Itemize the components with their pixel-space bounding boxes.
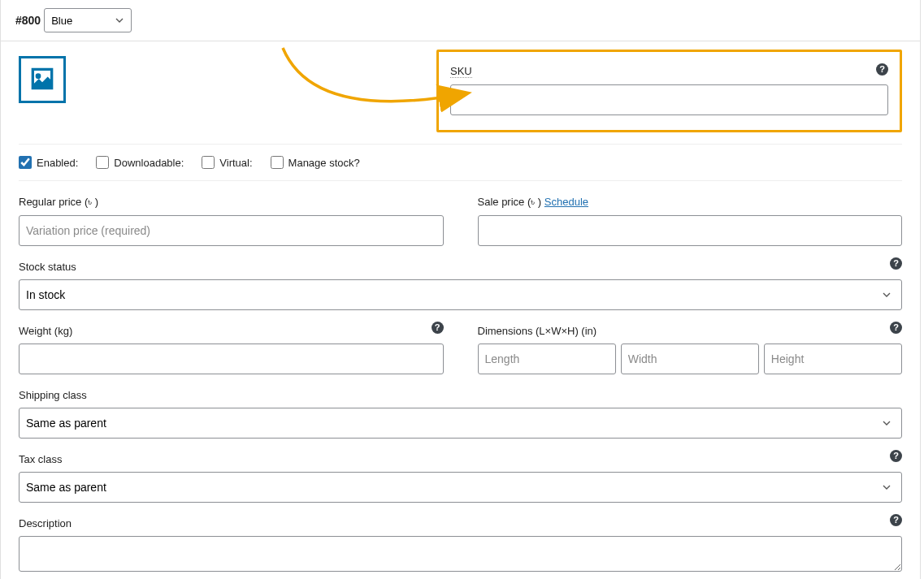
shipping-class-select[interactable]: Same as parent	[19, 408, 902, 439]
manage-stock-checkbox-wrap[interactable]: Manage stock?	[271, 156, 360, 169]
variation-header: #800 Blue	[1, 0, 920, 41]
tax-class-label: Tax class	[19, 453, 902, 465]
help-icon[interactable]: ?	[890, 322, 902, 334]
description-textarea[interactable]	[19, 536, 902, 572]
variation-attribute-select[interactable]: Blue	[44, 8, 132, 32]
height-input[interactable]	[764, 344, 902, 374]
help-icon[interactable]: ?	[890, 514, 902, 526]
description-label: Description	[19, 517, 902, 529]
shipping-class-label: Shipping class	[19, 389, 902, 401]
variation-id: #800	[15, 14, 41, 27]
tax-class-select[interactable]: Same as parent	[19, 472, 902, 503]
manage-stock-label: Manage stock?	[288, 157, 360, 169]
enabled-checkbox-wrap[interactable]: Enabled:	[19, 156, 78, 169]
virtual-checkbox[interactable]	[202, 156, 215, 169]
manage-stock-checkbox[interactable]	[271, 156, 284, 169]
sku-label: SKU	[450, 65, 472, 78]
sale-price-label: Sale price (৳ ) Schedule	[478, 196, 903, 209]
downloadable-checkbox-wrap[interactable]: Downloadable:	[96, 156, 184, 169]
help-icon[interactable]: ?	[876, 63, 888, 76]
length-input[interactable]	[478, 344, 616, 374]
sale-schedule-link[interactable]: Schedule	[544, 196, 588, 208]
image-icon	[26, 63, 59, 97]
help-icon[interactable]: ?	[432, 322, 444, 334]
regular-price-input[interactable]	[19, 215, 444, 246]
downloadable-label: Downloadable:	[114, 157, 184, 169]
weight-label: Weight (kg)	[19, 325, 444, 337]
regular-price-label: Regular price (৳ )	[19, 196, 444, 209]
width-input[interactable]	[621, 344, 759, 374]
help-icon[interactable]: ?	[890, 450, 902, 462]
weight-input[interactable]	[19, 344, 444, 374]
sku-highlight-box: SKU ?	[436, 50, 902, 132]
stock-status-select[interactable]: In stock	[19, 279, 902, 310]
dimensions-label: Dimensions (L×W×H) (in)	[478, 325, 903, 337]
virtual-label: Virtual:	[219, 157, 252, 169]
variation-image-placeholder[interactable]	[19, 56, 66, 103]
stock-status-label: Stock status	[19, 261, 902, 273]
enabled-label: Enabled:	[37, 157, 78, 169]
downloadable-checkbox[interactable]	[96, 156, 109, 169]
sale-price-input[interactable]	[478, 215, 903, 246]
help-icon[interactable]: ?	[890, 257, 902, 270]
virtual-checkbox-wrap[interactable]: Virtual:	[202, 156, 252, 169]
variation-checkboxes: Enabled: Downloadable: Virtual: Manage s…	[19, 145, 902, 181]
sku-input[interactable]	[450, 84, 888, 115]
enabled-checkbox[interactable]	[19, 156, 32, 169]
